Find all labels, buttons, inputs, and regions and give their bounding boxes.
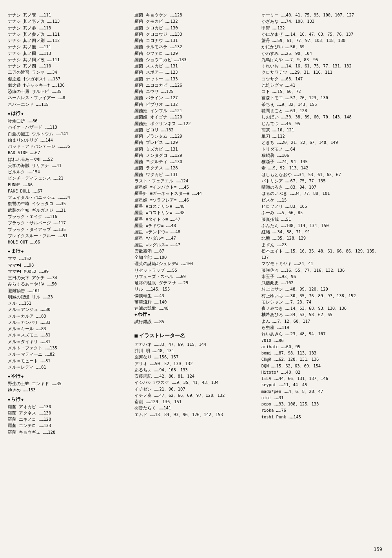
list-item: コウサク ……63、147 — [261, 76, 384, 82]
list-item: 三日の天下 アケチ ……34 — [8, 274, 131, 281]
list-item: バッド・アドバンテージ ……135 — [8, 143, 131, 149]
illustrator-section-header: イラストレーター名 — [134, 332, 257, 339]
section-header: ま行 — [8, 248, 131, 254]
list-item: 夜ノみつき ……14、53、68、93、130、136 — [261, 305, 384, 311]
list-item: バイオ・ハザード ……113 — [8, 124, 131, 130]
list-item: 安藤周記 ……42、80、81、124 — [134, 373, 257, 379]
list-item: ナナシ 其ノ参 ……113 — [8, 25, 131, 31]
list-item: 似之遊 †チャッキー† ……136 — [8, 82, 131, 88]
entries-col3: オーミー ……40、41、75、95、100、107、127かざあな ……74、… — [261, 12, 384, 420]
list-item: 理英の謎箱#シュレデ# ……104 — [134, 260, 257, 267]
list-item: かざあな ……74、108、133 — [261, 18, 384, 24]
list-item: 柚希あひろ ……34、53、58、62、65 — [261, 311, 384, 318]
list-item: 羅菌 エキノコ ……128 — [8, 416, 131, 422]
list-item: 羅菌姫 オイゴナ ……120 — [134, 114, 257, 120]
list-item: 藤真拓哉 ……51 — [261, 216, 384, 222]
illustrator-col2: イラストレーター名アカパネ ……33、47、69、115、144芥川 明 ……4… — [134, 328, 257, 418]
list-item: ネバーエンド ……115 — [8, 101, 131, 107]
list-item: はしもとなおや ……34、53、61、63、67 — [261, 171, 384, 178]
list-item: メル＝ダイキリ ……81 — [8, 338, 131, 345]
list-item: 羅菌姫 ポツリンネス ……122 — [134, 120, 257, 127]
list-item: かにかまぜ ……14、16、47、63、75、76、137 — [261, 31, 384, 37]
list-item: 羅菌 アオカビ ……130 — [8, 404, 131, 410]
list-item: nini ……31 — [261, 394, 384, 401]
list-item: 羅菌 ラクチス ……128 — [134, 165, 257, 171]
list-item: 笹森トモエ ……57、76、123、130 — [261, 95, 384, 101]
list-item: 羅菌 ビロリ ……132 — [134, 127, 257, 133]
list-item: マツモトミヤキ ……24、41 — [261, 260, 384, 267]
list-item: 野生の土蜂 エンキド ……35 — [8, 380, 131, 387]
list-item: 水玉子 ……93、96 — [261, 273, 384, 280]
list-item: ビスケ ……15 — [261, 197, 384, 203]
section: は行紆余曲折 ……86バイオ・ハザード ……113白亜の鍵主 ウルトウム ……1… — [8, 111, 131, 245]
list-item: 羅菌 ジフテロ ……129 — [134, 50, 257, 56]
list-item: 羅菌 エンテロ ……133 — [8, 422, 131, 429]
page-number: 159 — [374, 547, 382, 552]
list-item: かわすみ ……25、90、104 — [261, 50, 384, 56]
list-item: 村上ゆいち ……30、35、76、89、97、138、152 — [261, 293, 384, 299]
list-item: 煎茶 ……10、121 — [261, 127, 384, 133]
list-item: メル＝カルア ……83 — [8, 313, 131, 319]
list-item: 羅菌 キョウケン ……128 — [134, 12, 257, 18]
list-item: メル＝レディ ……81 — [8, 364, 131, 370]
list-item: 7010 ……96 — [261, 337, 384, 344]
column-1: ナナシ 其ノ壱 ……111ナナシ 其ノ壱ノ改 ……113ナナシ 其ノ参 ……11… — [8, 12, 131, 546]
list-item: よん ……7、12、60、117 — [261, 318, 384, 324]
list-item: 茶ちぇ ……9、32、143、155 — [261, 101, 384, 107]
list-item: 羅菌 ショウコカビ ……133 — [134, 56, 257, 63]
list-item: mado*pen ……4、6、8、28、47 — [261, 388, 384, 394]
list-item: ナナシ 其ノ爾ノ改 ……111 — [8, 56, 131, 63]
list-item: 此処シグマ ……41 — [261, 82, 384, 88]
list-item: ママ♥4 MODE2 ……99 — [8, 268, 131, 274]
pre-entries: ナナシ 其ノ壱 ……111ナナシ 其ノ壱ノ改 ……113ナナシ 其ノ参 ……11… — [8, 12, 131, 107]
list-item: メル＝キール ……83 — [8, 325, 131, 332]
section-header: わ行 — [134, 311, 257, 317]
list-item: keypot ……11、44、45 — [261, 382, 384, 388]
list-item: 連滅の凱歌 ……48 — [134, 305, 257, 311]
list-item: ママ♥4 ……98 — [8, 262, 131, 268]
list-item: 芥川 明 ……48、131 — [134, 347, 257, 354]
list-item: ナナシ 其ノ四 ……110 — [8, 63, 131, 69]
list-item: 羅星姫 ≡ソラフレア≡ ……46 — [134, 197, 257, 203]
list-item: BAD SIDE ……67 — [8, 149, 131, 156]
list-item: まずん ……23 — [261, 242, 384, 248]
list-item: 二刀の近習 ランマ ……34 — [8, 69, 131, 75]
list-item: 復讐の牛喰 イシュタロ ……35 — [8, 200, 131, 207]
list-item: メル＝マティーニ ……82 — [8, 351, 131, 357]
section: ま行ママ ……152ママ♥4 ……98ママ♥4 MODE2 ……99三日の天下 … — [8, 248, 131, 370]
list-item: メル＝アンジュ ……80 — [8, 306, 131, 313]
list-item: 羅菌 スポアー ……123 — [134, 69, 257, 75]
list-item: アリオ ……50、52、130、132 — [134, 360, 257, 367]
sections-col1: は行紆余曲折 ……86バイオ・ハザード ……113白亜の鍵主 ウルトウム ……1… — [8, 111, 131, 438]
list-item: Hitoto* ……40、82 — [261, 369, 384, 375]
list-item: れいあきら ……23、48、94、107 — [261, 331, 384, 337]
list-item: 全知全能 ……100 — [134, 254, 257, 260]
list-item: 紅緒 ……34、58、71、91 — [261, 229, 384, 235]
list-item: メルト・ファクト ……135 — [8, 345, 131, 351]
list-item: 白亜の鍵主 ウルトウム ……141 — [8, 131, 131, 137]
list-item: 羅菌 ニココカビ ……126 — [134, 82, 257, 88]
list-item: ナナシ 其ノ無 ……111 — [8, 44, 131, 50]
list-item: ナナシ 其ノ壱ノ改 ……113 — [8, 18, 131, 24]
list-item: 羅星 ≡テンドウ≡ ……48 — [134, 229, 257, 235]
column-3: オーミー ……40、41、75、95、100、107、127かざあな ……74、… — [261, 12, 384, 546]
list-item: メル＝スズモニ ……81 — [8, 332, 131, 338]
list-item: FAKE DOLL ……67 — [8, 188, 131, 194]
list-item: 落華流粋 ……140 — [134, 299, 257, 305]
list-item: 羅星 ≡コストリン≡ ……48 — [134, 209, 257, 216]
list-item: 憐憫転生 ……43 — [134, 293, 257, 299]
list-item: 羅菌 クモカビ ……132 — [134, 18, 257, 24]
list-item: ブラック・サルベージ ……117 — [8, 220, 131, 226]
list-item: 羅星 ≡レグルス≡ ……47 — [134, 242, 257, 248]
list-item: リセットラップ ……55 — [134, 267, 257, 273]
list-item: ママ ……152 — [8, 255, 131, 262]
list-item: 羅菌 ワタカビ ……131 — [134, 171, 257, 178]
list-item: pepo ……93、108、125、133 — [261, 401, 384, 407]
list-item: 武藤此史 ……102 — [261, 280, 384, 286]
list-item: 羅菌 サルモネラ ……132 — [134, 44, 257, 50]
list-item: ナナシ 其ノ参ノ改 ……111 — [8, 31, 131, 37]
list-item: イチノ奏 ……47、62、66、69、97、128、132 — [134, 392, 257, 398]
list-item: かにかぴい ……56、69 — [261, 44, 384, 50]
list-item: ビルルク ……154 — [8, 169, 131, 175]
list-item: FUNNY ……66 — [8, 182, 131, 188]
